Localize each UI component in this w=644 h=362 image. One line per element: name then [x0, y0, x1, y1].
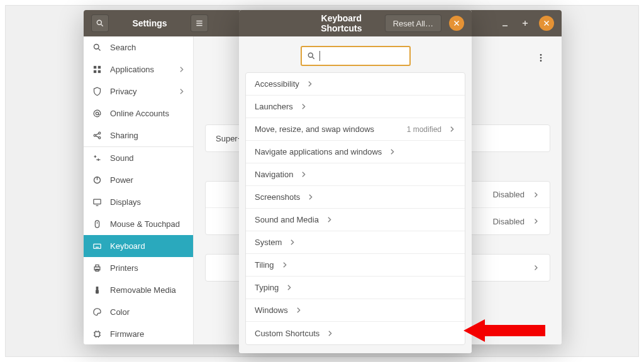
shortcut-category-move-resize-and-swap-windows[interactable]: Move, resize, and swap windows1 modified — [246, 118, 465, 141]
hamburger-menu-button[interactable] — [191, 14, 208, 32]
share-icon — [91, 131, 103, 140]
search-toggle-button[interactable] — [91, 14, 109, 32]
shortcut-categories-list: AccessibilityLaunchersMove, resize, and … — [245, 72, 465, 345]
svg-rect-42 — [94, 331, 99, 336]
shortcut-category-launchers[interactable]: Launchers — [246, 96, 465, 118]
svg-point-16 — [96, 112, 98, 114]
kebab-menu-button[interactable] — [531, 48, 550, 67]
svg-line-57 — [312, 57, 314, 59]
shortcut-category-sound-and-media[interactable]: Sound and Media — [246, 209, 465, 231]
chevron-right-icon — [532, 264, 540, 272]
svg-line-20 — [96, 133, 99, 135]
sidebar-item-color[interactable]: Color — [84, 301, 193, 323]
row-value: Disabled — [492, 217, 525, 226]
shortcuts-titlebar: Keyboard Shortcuts Reset All… — [239, 10, 472, 36]
sidebar-item-applications[interactable]: Applications — [84, 58, 193, 80]
sidebar-item-label: Search — [110, 43, 136, 52]
sidebar-item-online-accounts[interactable]: Online Accounts — [84, 102, 193, 124]
chevron-right-icon — [280, 261, 289, 269]
category-label: Typing — [255, 283, 279, 292]
chevron-right-icon — [306, 193, 314, 201]
svg-line-21 — [96, 136, 99, 138]
category-label: Screenshots — [255, 192, 300, 202]
shortcut-category-windows[interactable]: Windows — [246, 299, 465, 322]
category-label: Sound and Media — [255, 215, 319, 224]
chevron-right-icon — [325, 216, 333, 224]
close-button[interactable] — [449, 16, 464, 31]
svg-line-11 — [98, 48, 100, 50]
svg-point-10 — [94, 44, 99, 49]
sidebar-item-sharing[interactable]: Sharing — [84, 124, 193, 146]
svg-rect-38 — [96, 265, 99, 266]
shortcut-category-navigation[interactable]: Navigation — [246, 163, 465, 186]
search-icon — [307, 52, 316, 60]
shortcut-category-tiling[interactable]: Tiling — [246, 254, 465, 277]
category-label: Accessibility — [255, 79, 299, 89]
settings-sidebar: SearchApplicationsPrivacyOnline Accounts… — [84, 36, 194, 344]
sidebar-item-keyboard[interactable]: Keyboard — [84, 235, 193, 257]
sidebar-item-printers[interactable]: Printers — [84, 257, 193, 279]
category-label: Navigation — [255, 170, 293, 179]
at-icon — [91, 109, 103, 118]
chevron-right-icon — [306, 80, 314, 88]
maximize-button[interactable] — [517, 15, 533, 31]
sidebar-item-label: Power — [110, 175, 133, 185]
chevron-right-icon — [177, 87, 186, 96]
sidebar-item-label: Printers — [110, 263, 138, 273]
usb-icon — [91, 285, 103, 295]
close-button[interactable] — [539, 16, 554, 31]
category-label: Tiling — [255, 260, 274, 270]
shortcut-category-accessibility[interactable]: Accessibility — [246, 73, 465, 96]
category-label: Move, resize, and swap windows — [255, 124, 374, 134]
search-icon — [91, 43, 103, 52]
chevron-right-icon — [448, 125, 456, 133]
sidebar-item-label: Keyboard — [110, 241, 145, 251]
svg-rect-30 — [95, 220, 99, 227]
shortcut-category-typing[interactable]: Typing — [246, 277, 465, 299]
sidebar-item-label: Firmware — [110, 329, 144, 339]
sidebar-item-mouse-touchpad[interactable]: Mouse & Touchpad — [84, 213, 193, 235]
sound-icon — [91, 153, 103, 163]
sidebar-item-label: Privacy — [110, 87, 137, 96]
keyboard-shortcuts-window: Keyboard Shortcuts Reset All… Accessibil… — [239, 10, 472, 353]
chevron-right-icon — [299, 170, 308, 178]
sidebar-item-power[interactable]: Power — [84, 169, 193, 191]
sidebar-item-firmware[interactable]: Firmware — [84, 323, 193, 344]
chevron-right-icon — [388, 148, 396, 156]
svg-rect-28 — [93, 199, 100, 204]
svg-rect-12 — [93, 65, 96, 68]
chevron-right-icon — [532, 217, 540, 225]
row-value: Disabled — [492, 190, 525, 199]
sidebar-item-label: Sharing — [110, 131, 138, 140]
sidebar-item-displays[interactable]: Displays — [84, 191, 193, 213]
sidebar-item-search[interactable]: Search — [84, 36, 193, 58]
svg-rect-40 — [96, 286, 98, 289]
sidebar-item-privacy[interactable]: Privacy — [84, 80, 193, 102]
svg-rect-41 — [96, 289, 99, 293]
sidebar-item-removable-media[interactable]: Removable Media — [84, 279, 193, 301]
reset-all-button[interactable]: Reset All… — [385, 14, 441, 32]
category-meta: 1 modified — [407, 125, 441, 134]
shortcut-category-navigate-applications-and-windows[interactable]: Navigate applications and windows — [246, 141, 465, 163]
sidebar-item-sound[interactable]: Sound — [84, 147, 193, 169]
shortcut-category-custom-shortcuts[interactable]: Custom Shortcuts — [246, 322, 465, 344]
svg-point-51 — [540, 54, 542, 56]
sidebar-item-label: Sound — [110, 153, 134, 163]
mouse-icon — [91, 219, 103, 229]
category-label: System — [255, 238, 282, 247]
svg-rect-15 — [97, 70, 100, 72]
shortcut-category-screenshots[interactable]: Screenshots — [246, 186, 465, 209]
chevron-right-icon — [326, 329, 334, 337]
svg-rect-13 — [97, 65, 100, 68]
minimize-button[interactable] — [497, 15, 513, 31]
settings-title: Settings — [113, 18, 187, 28]
chevron-right-icon — [532, 191, 540, 199]
apps-icon — [91, 65, 103, 74]
chevron-right-icon — [288, 238, 296, 246]
shortcut-search-input[interactable] — [301, 46, 411, 66]
firmware-icon — [91, 329, 103, 339]
category-label: Launchers — [255, 102, 293, 111]
chevron-right-icon — [177, 65, 186, 74]
shortcut-category-system[interactable]: System — [246, 231, 465, 254]
sidebar-item-label: Mouse & Touchpad — [110, 219, 180, 229]
